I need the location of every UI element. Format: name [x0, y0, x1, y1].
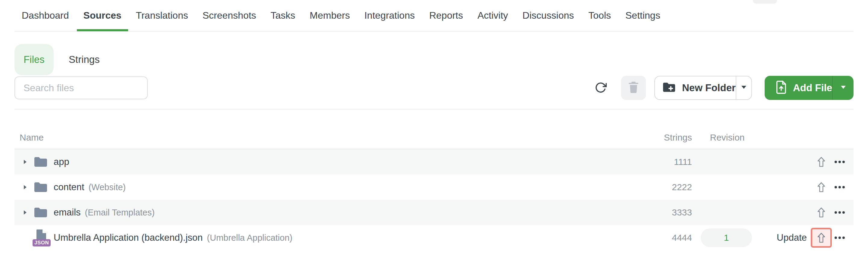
- expand-caret-icon[interactable]: [23, 210, 27, 215]
- strings-count: 4444: [672, 233, 692, 243]
- add-file-button[interactable]: Add File: [765, 76, 832, 100]
- view-toggle: Files Strings: [14, 44, 100, 75]
- refresh-button[interactable]: [594, 81, 607, 95]
- new-folder-label: New Folder: [682, 82, 736, 94]
- nav-tab-integrations[interactable]: Integrations: [364, 0, 415, 31]
- folder-note: (Website): [89, 182, 126, 192]
- folder-name[interactable]: emails: [54, 207, 81, 218]
- row-menu-button[interactable]: [834, 200, 846, 225]
- strings-count: 1111: [674, 157, 692, 167]
- update-link[interactable]: Update: [777, 232, 807, 243]
- new-folder-split-button: New Folder: [654, 76, 752, 100]
- strings-count: 3333: [672, 207, 692, 218]
- expand-caret-icon[interactable]: [23, 159, 27, 164]
- file-table: app 1111 content (Website) 2222: [14, 149, 854, 250]
- add-file-label: Add File: [793, 82, 832, 94]
- toggle-files[interactable]: Files: [14, 44, 54, 75]
- table-row-folder-app[interactable]: app 1111: [14, 149, 854, 175]
- table-header: Name Strings Revision: [14, 110, 854, 149]
- nav-tab-activity[interactable]: Activity: [477, 0, 508, 31]
- nav-tab-translations[interactable]: Translations: [136, 0, 188, 31]
- nav-tab-discussions[interactable]: Discussions: [523, 0, 574, 31]
- table-row-folder-content[interactable]: content (Website) 2222: [14, 175, 854, 200]
- add-file-split-button: Add File: [765, 76, 854, 100]
- delete-button[interactable]: [621, 76, 646, 100]
- search-input[interactable]: [14, 76, 148, 99]
- folder-plus-icon: [662, 81, 676, 94]
- json-file-icon: JSON: [33, 229, 48, 247]
- nav-tab-sources[interactable]: Sources: [84, 0, 121, 31]
- strings-count: 2222: [672, 182, 692, 192]
- upload-translations-button[interactable]: [811, 152, 832, 172]
- project-nav: Dashboard Sources Translations Screensho…: [14, 0, 854, 32]
- new-folder-button[interactable]: New Folder: [655, 76, 736, 99]
- nav-tab-tasks[interactable]: Tasks: [271, 0, 296, 31]
- nav-tab-tools[interactable]: Tools: [588, 0, 611, 31]
- row-menu-button[interactable]: [834, 225, 846, 250]
- column-header-strings: Strings: [664, 133, 692, 143]
- upload-translations-button[interactable]: [811, 203, 832, 222]
- folder-icon: [33, 207, 48, 218]
- nav-tab-dashboard[interactable]: Dashboard: [22, 0, 69, 31]
- refresh-icon: [595, 81, 607, 95]
- folder-note: (Email Templates): [85, 208, 155, 218]
- folder-name[interactable]: app: [54, 156, 69, 167]
- table-row-folder-emails[interactable]: emails (Email Templates) 3333: [14, 200, 854, 225]
- files-toolbar: New Folder: [14, 76, 854, 100]
- chevron-down-icon: [740, 85, 747, 91]
- chevron-down-icon: [840, 85, 847, 91]
- folder-name[interactable]: content: [54, 182, 84, 193]
- row-menu-button[interactable]: [834, 149, 846, 175]
- file-type-badge: JSON: [33, 239, 51, 247]
- nav-tab-settings[interactable]: Settings: [625, 0, 660, 31]
- trash-icon: [628, 81, 639, 95]
- add-file-dropdown[interactable]: [832, 76, 854, 100]
- toolbar-actions: New Folder: [594, 76, 854, 100]
- toggle-strings[interactable]: Strings: [69, 54, 100, 65]
- nav-tab-reports[interactable]: Reports: [429, 0, 463, 31]
- file-name[interactable]: Umbrella Application (backend).json: [54, 232, 203, 243]
- upload-translations-button[interactable]: [811, 177, 832, 197]
- new-folder-dropdown[interactable]: [736, 76, 751, 99]
- expand-caret-icon[interactable]: [23, 184, 27, 190]
- upload-translations-button-highlighted[interactable]: [811, 228, 832, 248]
- file-upload-icon: [775, 80, 787, 96]
- column-header-name: Name: [20, 133, 44, 143]
- row-menu-button[interactable]: [834, 175, 846, 200]
- folder-icon: [33, 181, 48, 193]
- folder-icon: [33, 156, 48, 168]
- table-row-file-umbrella-json[interactable]: JSON Umbrella Application (backend).json…: [14, 225, 854, 250]
- revision-badge: 1: [701, 228, 752, 247]
- sources-page: Dashboard Sources Translations Screensho…: [0, 0, 868, 257]
- column-header-revision: Revision: [697, 133, 757, 143]
- nav-tab-screenshots[interactable]: Screenshots: [203, 0, 256, 31]
- file-note: (Umbrella Application): [207, 233, 293, 243]
- nav-tab-members[interactable]: Members: [310, 0, 350, 31]
